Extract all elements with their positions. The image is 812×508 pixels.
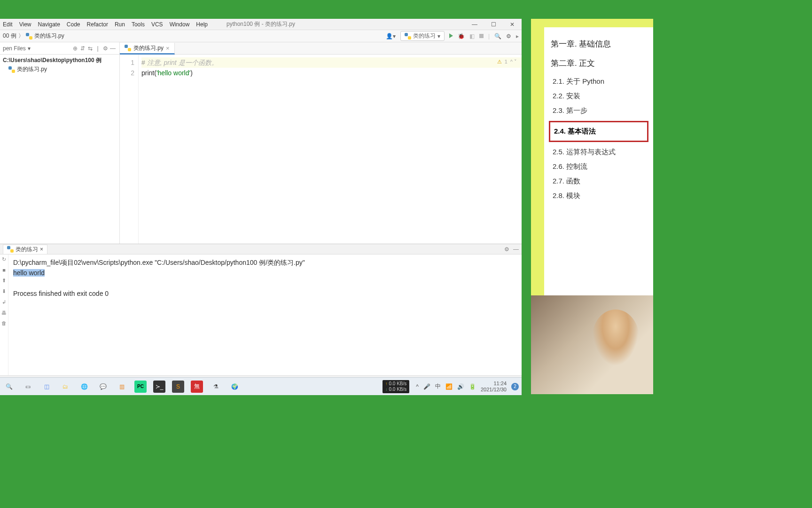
- battery-icon[interactable]: 🔋: [469, 383, 476, 390]
- toc-item-7[interactable]: 2.8. 模块: [551, 191, 647, 200]
- project-file[interactable]: 类的练习.py: [3, 64, 117, 74]
- vm-icon[interactable]: ▥: [116, 381, 128, 393]
- gear-icon[interactable]: ⚙: [102, 45, 109, 52]
- breadcrumb-root[interactable]: 00 例: [3, 32, 16, 40]
- search-icon[interactable]: 🔍: [3, 381, 15, 393]
- chevron-down-icon: ▾: [437, 33, 440, 40]
- window-title: python100 例 - 类的练习.py: [226, 20, 295, 28]
- clock-date: 2021/12/30: [481, 387, 507, 393]
- nav-icons[interactable]: ^ ˅: [510, 56, 517, 67]
- locate-icon[interactable]: ⊕: [71, 45, 79, 52]
- divider: |: [94, 45, 102, 52]
- editor-tab[interactable]: 类的练习.py ×: [120, 43, 175, 55]
- close-icon[interactable]: ×: [166, 45, 170, 52]
- run-output-text[interactable]: D:\pycharm_file\项目02\venv\Scripts\python…: [8, 254, 522, 375]
- volume-icon[interactable]: 🔊: [457, 383, 464, 390]
- window-maximize-button[interactable]: ☐: [484, 19, 503, 30]
- editor-tab-label: 类的练习.py: [133, 44, 164, 52]
- warning-count: 1: [505, 56, 508, 67]
- explorer-icon[interactable]: 🗂: [59, 381, 71, 393]
- app-icon-3[interactable]: 🌍: [228, 381, 241, 393]
- collapse-icon[interactable]: ⇆: [86, 45, 94, 52]
- toc-chapter-1[interactable]: 第一章. 基础信息: [551, 39, 647, 49]
- toc-item-1[interactable]: 2.2. 安装: [551, 92, 647, 101]
- widgets-icon[interactable]: ◫: [40, 381, 53, 393]
- ide-window: Edit View Navigate Code Refactor Run Too…: [0, 19, 522, 395]
- trash-icon[interactable]: 🗑: [1, 320, 7, 326]
- menu-code[interactable]: Code: [67, 21, 80, 28]
- expand-icon[interactable]: ⇵: [79, 45, 86, 52]
- coverage-button[interactable]: ◧: [469, 33, 475, 40]
- menu-tools[interactable]: Tools: [132, 21, 145, 28]
- run-button[interactable]: [449, 33, 453, 40]
- menu-window[interactable]: Window: [170, 21, 190, 28]
- gear-icon[interactable]: ⚙: [504, 246, 509, 253]
- menu-view[interactable]: View: [19, 21, 31, 28]
- net-upload: 0.0 KB/s: [385, 381, 407, 387]
- toc-item-0[interactable]: 2.1. 关于 Python: [551, 77, 647, 86]
- close-icon[interactable]: ×: [40, 246, 43, 253]
- code-editor[interactable]: 1 2 # 注意, print 是一个函数。 print('hello worl…: [120, 55, 522, 244]
- menu-run[interactable]: Run: [115, 21, 125, 28]
- warning-icon: ⚠: [497, 56, 502, 67]
- task-view-icon[interactable]: ▭: [22, 381, 34, 393]
- menu-edit[interactable]: Edit: [3, 21, 13, 28]
- run-config-selector[interactable]: 类的练习 ▾: [400, 31, 445, 41]
- ime-indicator[interactable]: 中: [435, 382, 441, 390]
- app-icon-2[interactable]: ⚗: [210, 381, 222, 393]
- edge-icon[interactable]: 🌐: [78, 381, 90, 393]
- network-monitor[interactable]: 0.0 KB/s 0.0 KB/s: [383, 380, 410, 393]
- run-config-label: 类的练习: [413, 32, 436, 40]
- gear-icon[interactable]: ⚙: [506, 33, 511, 40]
- python-file-icon: [125, 45, 131, 51]
- mic-icon[interactable]: 🎤: [423, 383, 430, 390]
- toc-item-5[interactable]: 2.6. 控制流: [551, 162, 647, 171]
- comment-text: 注意, print 是一个函数。: [145, 59, 218, 66]
- sublime-icon[interactable]: S: [172, 381, 184, 393]
- stop-button[interactable]: [479, 34, 484, 38]
- run-tab[interactable]: 类的练习 ×: [3, 245, 47, 254]
- app-icon[interactable]: 無: [191, 381, 203, 393]
- search-icon[interactable]: 🔍: [494, 33, 501, 40]
- pycharm-icon[interactable]: PC: [134, 381, 147, 393]
- wechat-icon[interactable]: 💬: [97, 381, 109, 393]
- down-icon[interactable]: ⬇: [2, 288, 6, 294]
- hide-icon[interactable]: —: [109, 45, 117, 52]
- hide-icon[interactable]: —: [513, 246, 519, 253]
- sidebar-scope[interactable]: pen Files: [3, 45, 26, 52]
- menu-refactor[interactable]: Refactor: [87, 21, 108, 28]
- notification-badge[interactable]: 2: [511, 383, 519, 390]
- run-command-line: D:\pycharm_file\项目02\venv\Scripts\python…: [13, 257, 517, 268]
- breadcrumb-file[interactable]: 类的练习.py: [34, 32, 64, 40]
- more-icon[interactable]: ▸: [516, 33, 519, 40]
- tray-chevron-icon[interactable]: ^: [416, 383, 419, 390]
- window-minimize-button[interactable]: —: [465, 19, 484, 30]
- debug-button[interactable]: 🐞: [458, 33, 465, 40]
- menu-help[interactable]: Help: [196, 21, 208, 28]
- print-icon[interactable]: 🖶: [1, 310, 7, 316]
- toc-item-2[interactable]: 2.3. 第一步: [551, 106, 647, 115]
- soft-wrap-icon[interactable]: ↲: [2, 299, 6, 305]
- terminal-icon[interactable]: ≻_: [153, 381, 165, 393]
- clock[interactable]: 11:24 2021/12/30: [481, 381, 507, 393]
- toc-item-3[interactable]: 2.4. 基本语法: [549, 121, 648, 142]
- toc-chapter-2[interactable]: 第二章. 正文: [551, 58, 647, 69]
- windows-taskbar: 🔍 ▭ ◫ 🗂 🌐 💬 ▥ PC ≻_ S 無 ⚗ 🌍 0.0 KB/s 0.0…: [0, 377, 522, 395]
- wifi-icon[interactable]: 📶: [445, 383, 453, 390]
- window-close-button[interactable]: ✕: [503, 19, 522, 30]
- net-download: 0.0 KB/s: [385, 387, 407, 392]
- line-number: 1: [120, 57, 134, 68]
- rerun-icon[interactable]: ↻: [2, 256, 6, 262]
- toc-item-6[interactable]: 2.7. 函数: [551, 177, 647, 186]
- stop-icon[interactable]: ■: [2, 267, 6, 273]
- up-icon[interactable]: ⬆: [2, 278, 6, 284]
- menu-navigate[interactable]: Navigate: [38, 21, 60, 28]
- menubar: Edit View Navigate Code Refactor Run Too…: [0, 19, 522, 30]
- run-exit-line: Process finished with exit code 0: [13, 288, 517, 299]
- user-icon[interactable]: 👤▾: [386, 33, 396, 40]
- menu-vcs[interactable]: VCS: [151, 21, 163, 28]
- inspection-status[interactable]: ⚠ 1 ^ ˅: [497, 56, 517, 67]
- run-output-line: hello world: [13, 268, 517, 278]
- toc-item-4[interactable]: 2.5. 运算符与表达式: [551, 148, 647, 157]
- project-root[interactable]: C:\Users\shao\Desktop\python100 例: [3, 56, 117, 64]
